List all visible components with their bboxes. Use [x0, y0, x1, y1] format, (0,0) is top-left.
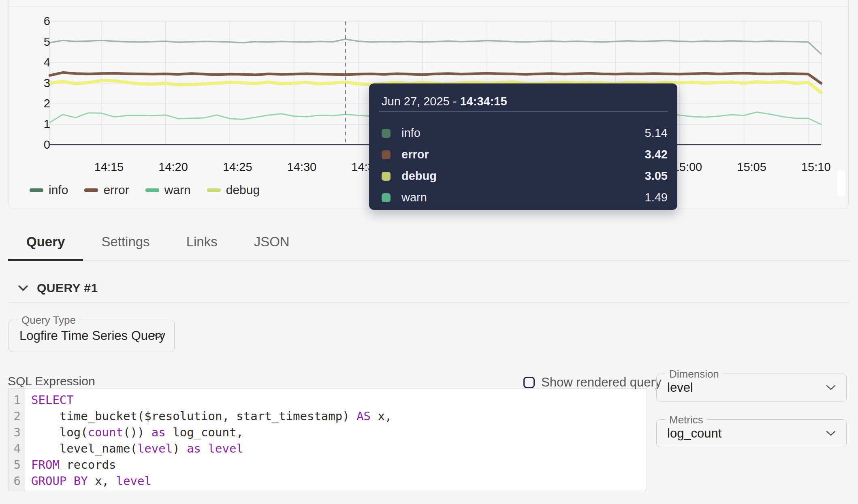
- line-number: 6: [9, 473, 21, 489]
- legend-item-error[interactable]: error: [84, 183, 129, 197]
- tab-links[interactable]: Links: [168, 227, 236, 261]
- tooltip-swatch: [382, 150, 391, 159]
- tooltip-rows: info5.14error3.42debug3.05warn1.49: [382, 122, 668, 208]
- query-type-label: Query Type: [18, 314, 79, 327]
- tooltip-swatch: [382, 172, 391, 181]
- query-type-select[interactable]: Query Type Logfire Time Series Query: [9, 320, 175, 352]
- y-tick-label: 3: [26, 77, 50, 89]
- legend-swatch: [84, 188, 98, 192]
- legend-swatch: [30, 188, 43, 192]
- tab-bar: QuerySettingsLinksJSON: [8, 227, 308, 261]
- dimension-value: level: [667, 380, 693, 395]
- line-number: 5: [9, 457, 21, 473]
- legend-item-info[interactable]: info: [30, 183, 68, 197]
- section-divider: [8, 302, 850, 303]
- legend-swatch: [207, 188, 221, 192]
- chevron-down-icon: [152, 333, 164, 339]
- metrics-value: log_count: [667, 426, 721, 441]
- dimension-label: Dimension: [666, 368, 723, 380]
- chevron-down-icon[interactable]: [18, 285, 28, 291]
- tooltip-row-error: error3.42: [382, 144, 668, 165]
- line-number: 2: [9, 408, 21, 424]
- metrics-label: Metrics: [666, 414, 707, 426]
- y-tick-label: 6: [26, 15, 50, 27]
- panel-header-divider: [9, 6, 848, 6]
- legend-item-debug[interactable]: debug: [207, 183, 260, 197]
- sql-expression-label: SQL Expression: [8, 374, 95, 388]
- code-line: 1SELECT: [9, 392, 647, 408]
- legend-item-warn[interactable]: warn: [145, 183, 191, 197]
- legend-label: warn: [164, 183, 191, 197]
- code-line: 5FROM records: [9, 457, 647, 473]
- tooltip-series-name: warn: [401, 191, 427, 204]
- tooltip-swatch: [382, 129, 391, 138]
- code-line: 3 log(count()) as log_count,: [9, 424, 647, 440]
- legend-label: error: [103, 183, 129, 197]
- code-line: 4 level_name(level) as level: [9, 440, 647, 457]
- checkbox-box[interactable]: [523, 377, 535, 388]
- query-type-value: Logfire Time Series Query: [19, 329, 165, 343]
- x-tick-label: 15:05: [728, 160, 776, 174]
- legend-label: info: [49, 183, 68, 197]
- tooltip-series-value: 3.05: [645, 169, 668, 183]
- tooltip-series-name: debug: [401, 169, 437, 183]
- tab-settings[interactable]: Settings: [83, 227, 168, 261]
- tooltip-timestamp: Jun 27, 2025 - 14:34:15: [382, 95, 507, 108]
- tab-json[interactable]: JSON: [236, 227, 308, 261]
- query-section-title: QUERY #1: [37, 281, 98, 295]
- y-tick-label: 0: [26, 139, 50, 151]
- tab-query[interactable]: Query: [8, 227, 83, 261]
- tooltip-series-name: info: [401, 126, 420, 140]
- checkbox-label: Show rendered query: [541, 375, 661, 390]
- chart-legend: infoerrorwarndebug: [30, 183, 260, 197]
- y-tick-label: 2: [26, 98, 50, 109]
- legend-swatch: [145, 188, 159, 192]
- line-number: 1: [9, 392, 21, 408]
- chevron-down-icon: [826, 431, 836, 436]
- y-tick-label: 1: [26, 118, 50, 130]
- tooltip-row-warn: warn1.49: [382, 187, 668, 208]
- x-tick-label: 14:20: [149, 160, 198, 174]
- y-tick-label: 5: [26, 36, 50, 48]
- dimension-select[interactable]: Dimension level: [656, 374, 847, 401]
- line-number: 4: [9, 440, 21, 457]
- metrics-select[interactable]: Metrics log_count: [656, 419, 847, 447]
- chart-tooltip: Jun 27, 2025 - 14:34:15 info5.14error3.4…: [369, 83, 677, 210]
- x-tick-label: 14:15: [85, 160, 133, 174]
- x-tick-label: 15:10: [792, 160, 840, 174]
- y-tick-label: 4: [26, 57, 50, 68]
- editor-code-lines: 1SELECT2 time_bucket($resolution, start_…: [9, 392, 647, 489]
- tooltip-swatch: [382, 193, 391, 202]
- sql-code-editor[interactable]: 1SELECT2 time_bucket($resolution, start_…: [8, 388, 647, 491]
- x-tick-label: 14:25: [213, 160, 262, 174]
- x-tick-label: 14:30: [277, 160, 326, 174]
- scrollbar-thumb[interactable]: [837, 170, 845, 196]
- chevron-down-icon: [826, 385, 836, 391]
- line-number: 3: [9, 424, 21, 440]
- tooltip-row-info: info5.14: [382, 122, 668, 144]
- tooltip-series-value: 3.42: [645, 148, 668, 161]
- tooltip-row-debug: debug3.05: [382, 165, 668, 187]
- tooltip-series-value: 5.14: [645, 126, 668, 140]
- show-rendered-query-checkbox[interactable]: Show rendered query: [523, 375, 661, 390]
- code-line: 2 time_bucket($resolution, start_timesta…: [9, 408, 647, 424]
- tooltip-divider: [379, 111, 668, 112]
- code-line: 6GROUP BY x, level: [9, 473, 647, 489]
- tooltip-series-name: error: [401, 148, 429, 161]
- legend-label: debug: [226, 183, 260, 197]
- tooltip-series-value: 1.49: [645, 191, 668, 204]
